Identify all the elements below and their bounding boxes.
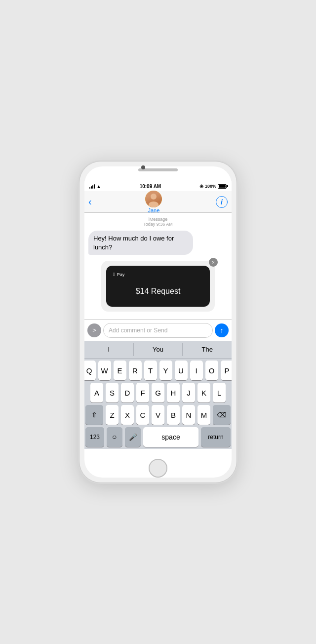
status-right: ✳ 100% <box>199 184 227 189</box>
message-timestamp: iMessageToday 9:36 AM <box>88 217 228 227</box>
apple-pay-wrapper:  Pay $14 Request × <box>101 261 215 312</box>
key-q[interactable]: Q <box>84 361 96 380</box>
delete-key[interactable]: ⌫ <box>213 405 231 425</box>
signal-bar-2 <box>91 186 92 189</box>
key-e[interactable]: E <box>114 361 126 380</box>
key-p[interactable]: P <box>221 361 232 380</box>
back-button[interactable]: ‹ <box>88 196 92 207</box>
received-message: Hey! How much do I owe for lunch? <box>88 231 228 255</box>
expand-button[interactable]: > <box>87 323 101 337</box>
status-left: ▲ <box>89 184 101 189</box>
return-key-label: return <box>208 434 223 441</box>
send-icon: ↑ <box>220 326 224 334</box>
signal-bar-1 <box>89 187 90 189</box>
phone-device: ▲ 10:09 AM ✳ 100% ‹ <box>79 161 237 483</box>
avatar <box>145 191 162 207</box>
info-button[interactable]: i <box>216 196 228 208</box>
apple-pay-close-button[interactable]: × <box>209 258 218 267</box>
microphone-icon: 🎤 <box>129 433 137 441</box>
emoji-key-icon: ☺ <box>112 434 118 441</box>
nav-contact[interactable]: Jane <box>145 191 162 213</box>
space-key-wrapper: space <box>143 427 198 447</box>
key-l[interactable]: L <box>213 383 226 402</box>
key-v[interactable]: V <box>152 405 164 425</box>
autocomplete-suggestion-1[interactable]: I <box>84 343 134 356</box>
shift-key[interactable]: ⇧ <box>85 405 103 425</box>
key-w[interactable]: W <box>98 361 111 380</box>
key-x[interactable]: X <box>121 405 134 425</box>
message-input[interactable]: Add comment or Send <box>103 323 213 338</box>
battery-percent-label: 100% <box>205 184 216 189</box>
key-d[interactable]: D <box>121 383 134 402</box>
wifi-icon: ▲ <box>96 184 101 189</box>
battery-fill <box>219 185 226 188</box>
key-t[interactable]: T <box>144 361 157 380</box>
home-button[interactable] <box>149 459 167 478</box>
apple-pay-card[interactable]:  Pay $14 Request <box>106 266 210 307</box>
key-n[interactable]: N <box>182 405 195 425</box>
phone-screen-container: ▲ 10:09 AM ✳ 100% ‹ <box>84 166 232 478</box>
emoji-key[interactable]: ☺ <box>107 427 122 447</box>
avatar-image <box>145 191 162 207</box>
numbers-key[interactable]: 123 <box>85 427 104 447</box>
send-button[interactable]: ↑ <box>215 323 229 337</box>
key-o[interactable]: O <box>205 361 218 380</box>
keyboard-row-2: A S D F G H J K L <box>85 383 231 402</box>
contact-name: Jane <box>148 207 159 213</box>
info-icon: i <box>221 198 223 206</box>
input-bar: > Add comment or Send ↑ <box>84 319 232 341</box>
apple-pay-label: Pay <box>117 272 125 277</box>
key-r[interactable]: R <box>129 361 142 380</box>
key-i[interactable]: I <box>190 361 203 380</box>
keyboard-bottom-row: 123 ☺ 🎤 space return <box>84 427 232 447</box>
key-y[interactable]: Y <box>159 361 172 380</box>
numbers-key-label: 123 <box>90 434 100 441</box>
signal-bar-4 <box>94 184 95 189</box>
key-f[interactable]: F <box>136 383 149 402</box>
timestamp-text: iMessageToday 9:36 AM <box>143 217 173 227</box>
apple-pay-header:  Pay <box>113 272 203 277</box>
messages-area: iMessageToday 9:36 AM Hey! How much do I… <box>84 213 232 319</box>
autocomplete-suggestion-3[interactable]: The <box>183 343 232 356</box>
apple-pay-card-container:  Pay $14 Request × <box>88 261 228 312</box>
autocomplete-suggestion-2[interactable]: You <box>134 343 183 356</box>
key-m[interactable]: M <box>198 405 210 425</box>
keyboard-row-3: ⇧ Z X C V B N M ⌫ <box>85 405 231 425</box>
apple-logo-icon:  <box>113 272 115 277</box>
apple-pay-request-amount: $14 Request <box>113 282 203 301</box>
key-s[interactable]: S <box>106 383 118 402</box>
nav-bar: ‹ Jane i <box>84 191 232 213</box>
battery-icon <box>218 184 227 189</box>
keyboard: I You The Q W E R T Y U I O <box>84 341 232 449</box>
input-placeholder: Add comment or Send <box>109 327 167 334</box>
space-key-label: space <box>161 433 180 441</box>
bluetooth-icon: ✳ <box>199 184 203 189</box>
key-a[interactable]: A <box>90 383 103 402</box>
phone-camera <box>141 165 145 169</box>
key-h[interactable]: H <box>167 383 180 402</box>
screen: ▲ 10:09 AM ✳ 100% ‹ <box>84 181 232 449</box>
return-key[interactable]: return <box>201 427 231 447</box>
message-bubble: Hey! How much do I owe for lunch? <box>88 231 193 255</box>
signal-bar-3 <box>92 185 93 189</box>
key-k[interactable]: K <box>198 383 210 402</box>
key-j[interactable]: J <box>182 383 195 402</box>
key-z[interactable]: Z <box>106 405 118 425</box>
key-g[interactable]: G <box>152 383 164 402</box>
space-key[interactable]: space <box>143 427 198 447</box>
chevron-left-icon: ‹ <box>88 196 92 207</box>
microphone-key[interactable]: 🎤 <box>125 427 141 447</box>
status-time: 10:09 AM <box>140 184 161 189</box>
key-c[interactable]: C <box>136 405 149 425</box>
key-b[interactable]: B <box>167 405 180 425</box>
key-u[interactable]: U <box>175 361 188 380</box>
status-bar: ▲ 10:09 AM ✳ 100% <box>84 181 232 191</box>
keyboard-rows: Q W E R T Y U I O P A S <box>84 359 232 425</box>
autocomplete-bar: I You The <box>84 341 232 359</box>
keyboard-row-1: Q W E R T Y U I O P <box>85 361 231 380</box>
signal-bars <box>89 184 95 189</box>
